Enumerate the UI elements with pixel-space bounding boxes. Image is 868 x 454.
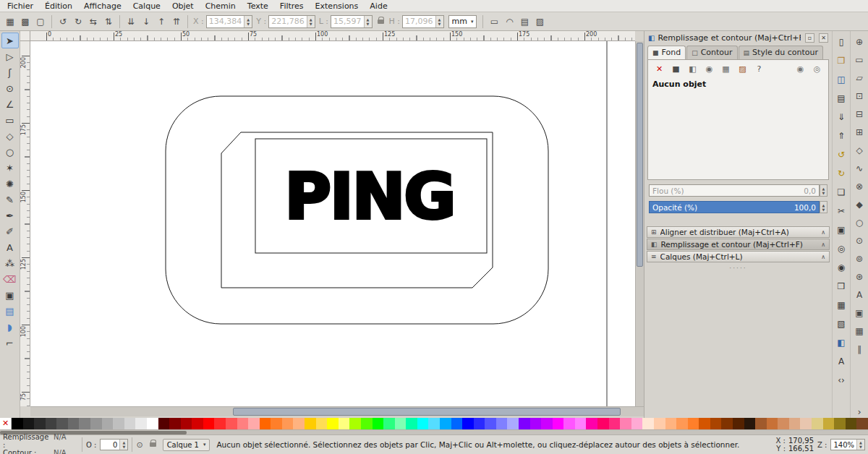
palette-swatch[interactable]: [440, 418, 451, 429]
palette-swatch[interactable]: [519, 418, 530, 429]
palette-swatch[interactable]: [293, 418, 305, 429]
palette-swatch[interactable]: [361, 418, 373, 429]
palette-swatch[interactable]: [214, 418, 226, 429]
duplicate-icon[interactable]: ❒: [833, 277, 849, 296]
palette-swatch[interactable]: [834, 418, 846, 429]
bucket-fill-tool[interactable]: ▣: [1, 287, 19, 303]
palette-swatch[interactable]: [23, 418, 35, 429]
snap-grid-icon[interactable]: ▦: [851, 322, 867, 340]
palette-swatch[interactable]: [823, 418, 835, 429]
zoom-page-icon[interactable]: ◉: [833, 258, 849, 277]
style-indicator[interactable]: Remplissage : N/A Contour : N/A: [3, 433, 78, 454]
text-tool[interactable]: A: [1, 239, 19, 255]
spinner[interactable]: [307, 16, 315, 27]
save-icon[interactable]: ◫: [833, 70, 849, 89]
palette-swatch[interactable]: [451, 418, 463, 429]
fill-rule-evenodd-icon[interactable]: ◉: [793, 64, 807, 74]
palette-swatch[interactable]: [553, 418, 564, 429]
opacity-spinner[interactable]: [820, 201, 827, 213]
snap-rotation-center-icon[interactable]: ⊛: [851, 267, 867, 286]
dropper-tool[interactable]: ◗: [1, 319, 19, 335]
palette-swatch[interactable]: [428, 418, 440, 429]
palette-swatch[interactable]: [721, 418, 733, 429]
palette-swatch[interactable]: [744, 418, 756, 429]
palette-swatch[interactable]: [339, 418, 350, 429]
raise-icon[interactable]: ↑: [154, 14, 169, 29]
blur-slider[interactable]: Flou (%) 0,0: [649, 184, 820, 197]
snap-page-border-icon[interactable]: ▣: [851, 304, 867, 322]
spiral-tool[interactable]: ✺: [1, 176, 19, 192]
palette-swatch[interactable]: [609, 418, 621, 429]
palette-swatch[interactable]: [474, 418, 485, 429]
rotate-cw-icon[interactable]: ↻: [71, 14, 85, 29]
tab-contour[interactable]: □ Contour: [686, 46, 737, 59]
palette-swatch[interactable]: [767, 418, 778, 429]
palette-swatch[interactable]: [710, 418, 722, 429]
palette-swatch[interactable]: [124, 418, 136, 429]
spinner[interactable]: [119, 440, 127, 450]
palette-swatch[interactable]: [417, 418, 429, 429]
star-tool[interactable]: ✶: [1, 160, 19, 176]
palette-swatch[interactable]: [248, 418, 260, 429]
menu-aide[interactable]: Aide: [364, 1, 393, 12]
palette-swatch[interactable]: [586, 418, 597, 429]
snap-bbox-center-icon[interactable]: ⊞: [851, 123, 867, 141]
palette-swatch[interactable]: [699, 418, 710, 429]
menu-extensions[interactable]: Extensions: [310, 1, 365, 12]
palette-swatch[interactable]: [541, 418, 553, 429]
paint-flat-icon[interactable]: ■: [669, 64, 683, 74]
dock-header-fill[interactable]: ◧ Remplissage et contour (Maj+Ctrl+F) ∧: [647, 239, 830, 250]
deselect-icon[interactable]: ▢: [33, 14, 48, 29]
palette-swatch[interactable]: [113, 418, 124, 429]
palette-swatch[interactable]: [327, 418, 339, 429]
field-input[interactable]: 15,597: [331, 15, 373, 28]
palette-swatch[interactable]: [56, 418, 68, 429]
menu-filtres[interactable]: Filtres: [274, 1, 310, 12]
palette-swatch[interactable]: [68, 418, 80, 429]
menu-chemin[interactable]: Chemin: [200, 1, 242, 12]
raise-to-top-icon[interactable]: ⇈: [169, 14, 184, 29]
menu-edition[interactable]: Édition: [39, 1, 78, 12]
palette-swatch[interactable]: [395, 418, 407, 429]
paint-radial-gradient-icon[interactable]: ◉: [702, 64, 716, 74]
node-tool[interactable]: ▷: [1, 48, 19, 64]
palette-swatch[interactable]: [147, 418, 158, 429]
palette-swatch[interactable]: [496, 418, 508, 429]
layer-visibility-icon[interactable]: ⊙: [136, 440, 142, 450]
palette-swatch[interactable]: [12, 418, 23, 429]
menu-texte[interactable]: Texte: [242, 1, 274, 12]
palette-swatch[interactable]: [575, 418, 587, 429]
dock-close-icon[interactable]: ✕: [819, 33, 828, 43]
transform-gradients-icon[interactable]: ▤: [517, 14, 532, 29]
lower-icon[interactable]: ↓: [139, 14, 153, 29]
palette-swatch[interactable]: [34, 418, 46, 429]
field-input[interactable]: 134,384: [206, 15, 253, 28]
redo-icon[interactable]: ↻: [833, 164, 849, 183]
palette-swatch[interactable]: [373, 418, 384, 429]
palette-swatch[interactable]: [485, 418, 496, 429]
paint-pattern-icon[interactable]: ▦: [719, 64, 733, 74]
select-all-icon[interactable]: ▦: [3, 14, 17, 29]
palette-swatch[interactable]: [260, 418, 271, 429]
toolbar-overflow-icon[interactable]: ›: [851, 405, 867, 418]
palette-swatch[interactable]: [271, 418, 282, 429]
palette-swatch[interactable]: [192, 418, 203, 429]
rect-tool[interactable]: ▭: [1, 112, 19, 128]
menu-calque[interactable]: Calque: [127, 1, 166, 12]
palette-swatch[interactable]: [620, 418, 631, 429]
layer-selector[interactable]: Calque 1 ▾: [163, 439, 210, 451]
eraser-tool[interactable]: ⌫: [1, 271, 19, 287]
spinner[interactable]: [244, 16, 252, 27]
transform-stroke-icon[interactable]: ▭: [487, 14, 501, 29]
palette-swatch[interactable]: [597, 418, 609, 429]
tab-style-contour[interactable]: ▤ Style du contour: [739, 46, 823, 59]
rotate-ccw-icon[interactable]: ↺: [56, 14, 70, 29]
height-field[interactable]: 17,096: [402, 15, 444, 28]
menu-objet[interactable]: Objet: [166, 1, 200, 12]
import-icon[interactable]: ⇓: [833, 108, 849, 127]
palette-swatch[interactable]: [406, 418, 417, 429]
palette-swatch[interactable]: [305, 418, 316, 429]
palette-swatch[interactable]: [349, 418, 361, 429]
dock-header-layers[interactable]: ≡ Calques (Maj+Ctrl+L) ∧: [647, 251, 830, 262]
layer-lock-icon[interactable]: [150, 442, 156, 447]
